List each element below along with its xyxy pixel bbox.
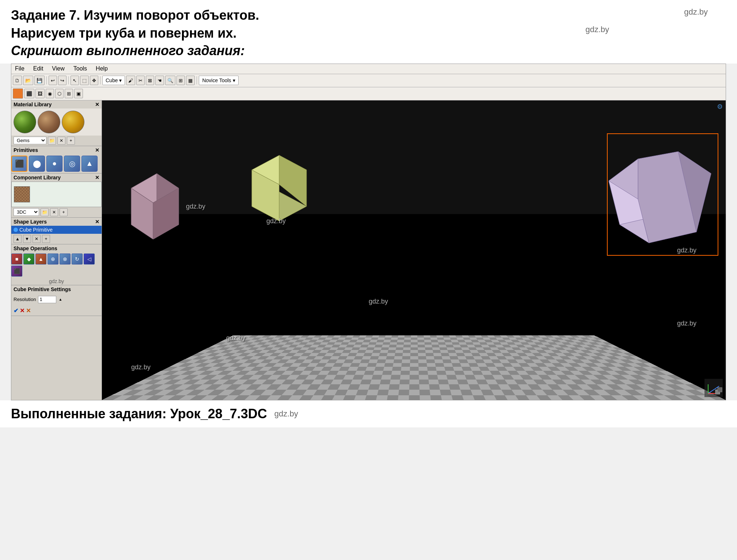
shape-operations-section: Shape Operations ■ ◆ ▲ ⊕ ⊗ ↻ ◁ ⬛ gdz.by [11, 244, 102, 285]
toolbar-sep3 [100, 76, 100, 84]
novice-dropdown[interactable]: Novice Tools ▾ [199, 76, 238, 85]
toolbar-eye-btn[interactable]: ⊠ [146, 76, 154, 85]
toolbar-undo-btn[interactable]: ↩ [49, 76, 57, 85]
cube-settings-body: Resolution ▲ [11, 293, 102, 306]
toolbar-open-btn[interactable]: 📂 [23, 76, 33, 85]
toolbar2-img-btn[interactable]: 🖼 [35, 89, 45, 98]
component-library-header: Component Library ✕ [11, 174, 102, 182]
resolution-row: Resolution ▲ [14, 296, 99, 303]
toolbar2-b4-btn[interactable]: ▣ [74, 89, 83, 98]
bottom-title: Выполненные задания: Урок_28_7.3DC [11, 406, 267, 422]
panel-gdz-watermark: gdz.by [11, 278, 102, 285]
layer-move-down-btn[interactable]: ▼ [23, 235, 31, 243]
op-split-btn[interactable]: ⊗ [60, 254, 71, 264]
component-library-section: Component Library ✕ 3DC 📁 ✕ + [11, 174, 102, 218]
main-area: Material Library ✕ Gems 📁 ✕ + [11, 100, 726, 400]
mat-folder-btn[interactable]: 📁 [48, 137, 56, 145]
prim-cube-btn[interactable]: ⬛ [11, 156, 27, 172]
shape-operations-title: Shape Operations [14, 245, 57, 251]
toolbar2-b3-btn[interactable]: ⊞ [65, 89, 73, 98]
menu-file[interactable]: File [14, 65, 26, 73]
mat-delete-btn[interactable]: ✕ [57, 137, 65, 145]
toolbar-ruler-btn[interactable]: ▦ [186, 76, 195, 85]
toolbar-cursor-btn[interactable]: ↖ [71, 76, 79, 85]
prim-torus-btn[interactable]: ◎ [64, 156, 80, 172]
op-flip-btn[interactable]: ◁ [84, 254, 95, 264]
menu-tools[interactable]: Tools [72, 65, 88, 73]
prim-cone-btn[interactable]: ▲ [81, 156, 98, 172]
cube-center[interactable] [244, 148, 314, 232]
toolbar-save-btn[interactable]: 💾 [34, 76, 45, 85]
resolution-input[interactable] [38, 296, 56, 303]
gdz-watermark-mid-right: gdz.by [585, 25, 609, 34]
lib-delete-btn[interactable]: ✕ [50, 208, 58, 216]
material-library-header: Material Library ✕ [11, 100, 102, 108]
toolbar2-color-btn[interactable] [13, 88, 23, 99]
cube-right[interactable] [605, 137, 715, 254]
toolbar2-b1-btn[interactable]: ◉ [46, 89, 54, 98]
cancel2-btn[interactable]: ✕ [26, 307, 31, 314]
cube-primitive-layer[interactable]: Cube Primitive [11, 226, 102, 234]
viewport[interactable]: ⚙ [102, 100, 726, 400]
toolbar-zoom-btn[interactable]: 🔍 [165, 76, 175, 85]
op-rotate-btn[interactable]: ↻ [72, 254, 83, 264]
ok-btn[interactable]: ✔ [14, 307, 18, 314]
layer-delete-btn[interactable]: ✕ [33, 235, 41, 243]
material-library-title: Material Library [14, 102, 52, 107]
shape-operations-header: Shape Operations [11, 244, 102, 252]
gems-dropdown[interactable]: Gems [14, 137, 46, 144]
toolbar-main: 🗋 📂 💾 ↩ ↪ ↖ ⬚ ✥ Cube ▾ 🖌 ✂ ⊠ ☚ 🔍 ⊞ ▦ Nov… [11, 74, 726, 87]
3dc-dropdown[interactable]: 3DC [14, 208, 39, 216]
op-scale-btn[interactable]: ⬛ [11, 266, 22, 277]
component-library-close-btn[interactable]: ✕ [95, 175, 99, 180]
menu-edit[interactable]: Edit [32, 65, 45, 73]
layer-label: Cube Primitive [19, 227, 53, 233]
op-union-btn[interactable]: ■ [11, 254, 22, 264]
swatch-green[interactable] [14, 111, 36, 133]
svg-rect-20 [718, 388, 722, 392]
menu-view[interactable]: View [50, 65, 66, 73]
layer-move-up-btn[interactable]: ▲ [14, 235, 22, 243]
cube-left-svg [120, 159, 193, 239]
cube-left[interactable] [120, 159, 193, 239]
op-subtract-btn[interactable]: ▲ [35, 254, 46, 264]
primitives-close-btn[interactable]: ✕ [95, 147, 99, 153]
menu-bar: File Edit View Tools Help [11, 64, 726, 74]
lib-add-btn[interactable]: + [60, 208, 68, 216]
toolbar-hand-btn[interactable]: ☚ [155, 76, 164, 85]
prim-sphere-btn[interactable]: ● [46, 156, 62, 172]
component-thumb[interactable] [14, 186, 30, 202]
gear-icon[interactable]: ⚙ [717, 103, 723, 111]
vp-gdz-7: gdz.by [131, 363, 151, 371]
menu-help[interactable]: Help [94, 65, 109, 73]
cancel-btn[interactable]: ✕ [20, 307, 24, 314]
swatch-brown[interactable] [38, 111, 60, 133]
left-panel: Material Library ✕ Gems 📁 ✕ + [11, 100, 102, 400]
material-library-close-btn[interactable]: ✕ [95, 102, 99, 107]
shape-layers-header: Shape Layers ✕ [11, 218, 102, 226]
layer-add-btn[interactable]: + [42, 235, 50, 243]
cube-dropdown[interactable]: Cube ▾ [102, 76, 125, 85]
prim-cylinder-btn[interactable]: ⬤ [29, 156, 45, 172]
cube-dropdown-label: Cube [106, 77, 118, 83]
vp-gdz-3: gdz.by [369, 298, 388, 305]
toolbar-paint-btn[interactable]: 🖌 [126, 76, 135, 85]
toolbar-new-btn[interactable]: 🗋 [13, 76, 22, 85]
toolbar-eraser-btn[interactable]: ✂ [136, 76, 145, 85]
lib-folder-btn[interactable]: 📁 [41, 208, 49, 216]
bottom-gdz: gdz.by [274, 409, 298, 419]
mat-add-btn[interactable]: + [67, 137, 75, 145]
op-intersect-btn[interactable]: ◆ [23, 254, 34, 264]
toolbar2-b2-btn[interactable]: ⬡ [55, 89, 64, 98]
chevron-down-icon: ▾ [119, 77, 122, 83]
op-merge-btn[interactable]: ⊕ [48, 254, 58, 264]
toolbar-select-btn[interactable]: ⬚ [80, 76, 89, 85]
spinner-up-icon[interactable]: ▲ [58, 297, 62, 301]
toolbar2-mat-btn[interactable]: ⬛ [24, 89, 34, 98]
toolbar-move-btn[interactable]: ✥ [90, 76, 98, 85]
toolbar-redo-btn[interactable]: ↪ [58, 76, 67, 85]
toolbar-grid-btn[interactable]: ⊞ [176, 76, 185, 85]
shape-layers-close-btn[interactable]: ✕ [95, 219, 99, 225]
swatch-gold[interactable] [62, 111, 84, 133]
layer-toolbar: ▲ ▼ ✕ + [11, 234, 102, 244]
